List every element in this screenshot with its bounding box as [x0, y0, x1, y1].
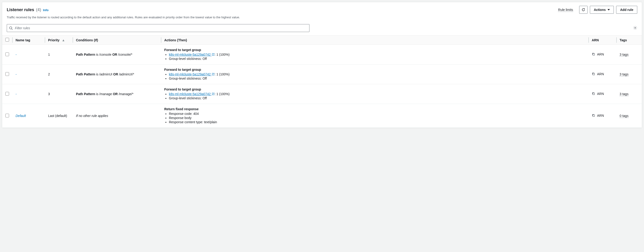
tags-link[interactable]: 0 tags [620, 114, 628, 118]
sort-asc-icon: ▲ [62, 38, 65, 42]
column-header-select [2, 35, 12, 45]
column-header-actions[interactable]: Actions (Then) [161, 35, 588, 45]
stickiness-item: Group-level stickiness: Off [169, 96, 585, 100]
priority-cell: Last (default) [45, 104, 73, 128]
response-type-item: Response content type: text/plain [169, 120, 585, 124]
external-link-icon [212, 53, 215, 56]
refresh-icon [582, 8, 585, 11]
external-link-icon [212, 73, 215, 76]
row-select-checkbox[interactable] [5, 114, 9, 117]
table-row: -3Path Pattern is /manage OR /manage/*Fo… [2, 84, 642, 104]
header-actions: Rule limits Actions Add rule [558, 6, 637, 14]
arn-label: ARN [597, 114, 604, 117]
target-suffix: : 1 (100%) [215, 72, 230, 76]
arn-copy[interactable]: ARN [592, 72, 604, 76]
row-select-checkbox[interactable] [5, 72, 9, 76]
external-link-icon [212, 92, 215, 95]
target-group-link[interactable]: k8s-ml-mlcluste-5a129a0742 [169, 92, 215, 96]
arn-label: ARN [597, 52, 604, 56]
tags-link[interactable]: 3 tags [620, 53, 628, 57]
action-heading: Return fixed response [164, 107, 585, 111]
svg-rect-4 [593, 93, 595, 95]
stickiness-item: Group-level stickiness: Off [169, 57, 585, 60]
stickiness-item: Group-level stickiness: Off [169, 77, 585, 80]
column-header-tags[interactable]: Tags [616, 35, 642, 45]
column-header-priority[interactable]: Priority ▲ [45, 35, 73, 45]
priority-cell: 2 [45, 64, 73, 84]
response-code-item: Response code: 404 [169, 112, 585, 116]
actions-button[interactable]: Actions [590, 6, 614, 14]
column-header-priority-label: Priority [48, 38, 60, 42]
actions-cell: Return fixed responseResponse code: 404R… [161, 104, 588, 128]
info-link[interactable]: Info [43, 8, 48, 12]
conditions-cell: Path Pattern is /manage OR /manage/* [73, 84, 161, 104]
svg-point-1 [635, 27, 636, 28]
conditions-cell: Path Pattern is /adminUI OR /adminUI/* [73, 64, 161, 84]
svg-rect-5 [593, 115, 595, 117]
target-suffix: : 1 (100%) [215, 92, 230, 96]
conditions-cell: Path Pattern is /console OR /console/* [73, 45, 161, 64]
page-title: Listener rules [7, 7, 34, 12]
caret-down-icon [608, 9, 610, 10]
priority-cell: 1 [45, 45, 73, 64]
target-group-item: k8s-ml-mlcluste-5a129a0742 : 1 (100%) [169, 53, 585, 56]
copy-icon [592, 92, 595, 95]
actions-button-label: Actions [594, 8, 606, 11]
arn-copy[interactable]: ARN [592, 92, 604, 96]
search-icon [9, 26, 13, 30]
table-row: -1Path Pattern is /console OR /console/*… [2, 45, 642, 64]
target-group-item: k8s-ml-mlcluste-5a129a0742 : 1 (100%) [169, 72, 585, 76]
settings-button[interactable] [633, 26, 637, 31]
rule-limits-link[interactable]: Rule limits [558, 8, 573, 12]
target-group-item: k8s-ml-mlcluste-5a129a0742 : 1 (100%) [169, 92, 585, 96]
add-rule-button[interactable]: Add rule [616, 6, 637, 14]
arn-label: ARN [597, 72, 604, 76]
gear-icon [633, 26, 637, 30]
column-header-conditions[interactable]: Conditions (If) [73, 35, 161, 45]
actions-cell: Forward to target groupk8s-ml-mlcluste-5… [161, 84, 588, 104]
arn-label: ARN [597, 92, 604, 96]
rule-name[interactable]: - [16, 53, 17, 56]
panel-description: Traffic received by the listener is rout… [7, 15, 637, 19]
column-header-arn[interactable]: ARN [588, 35, 616, 45]
tags-link[interactable]: 3 tags [620, 72, 628, 76]
row-select-checkbox[interactable] [5, 92, 9, 96]
actions-cell: Forward to target groupk8s-ml-mlcluste-5… [161, 45, 588, 64]
table-row: -2Path Pattern is /adminUI OR /adminUI/*… [2, 64, 642, 84]
tags-link[interactable]: 3 tags [620, 92, 628, 96]
panel-header: Listener rules (4) Info Rule limits Acti… [2, 2, 642, 22]
action-heading: Forward to target group [164, 48, 585, 52]
listener-rules-panel: Listener rules (4) Info Rule limits Acti… [2, 2, 642, 128]
rules-count: (4) [36, 7, 41, 12]
priority-cell: 3 [45, 84, 73, 104]
row-select-checkbox[interactable] [5, 52, 9, 56]
rules-table: Name tag Priority ▲ Conditions (If) Acti… [2, 35, 642, 128]
arn-copy[interactable]: ARN [592, 114, 604, 117]
copy-icon [592, 52, 595, 56]
rule-name[interactable]: - [16, 72, 17, 76]
response-body-item: Response body [169, 116, 585, 120]
svg-point-0 [10, 27, 12, 29]
action-heading: Forward to target group [164, 87, 585, 91]
column-header-name[interactable]: Name tag [12, 35, 45, 45]
arn-copy[interactable]: ARN [592, 52, 604, 56]
copy-icon [592, 72, 595, 76]
rule-name-link[interactable]: Default [16, 114, 26, 118]
table-row: DefaultLast (default)If no other rule ap… [2, 104, 642, 128]
svg-rect-3 [593, 73, 595, 75]
conditions-cell: If no other rule applies [73, 104, 161, 128]
target-group-link[interactable]: k8s-ml-mlcluste-5a129a0742 [169, 53, 215, 56]
action-heading: Forward to target group [164, 68, 585, 71]
actions-cell: Forward to target groupk8s-ml-mlcluste-5… [161, 64, 588, 84]
select-all-checkbox[interactable] [5, 38, 9, 41]
svg-rect-2 [593, 54, 595, 55]
target-suffix: : 1 (100%) [215, 53, 230, 56]
target-group-link[interactable]: k8s-ml-mlcluste-5a129a0742 [169, 72, 215, 76]
filter-row [2, 22, 642, 35]
filter-input[interactable] [7, 24, 310, 32]
refresh-button[interactable] [579, 6, 588, 14]
copy-icon [592, 114, 595, 117]
rule-name[interactable]: - [16, 92, 17, 96]
